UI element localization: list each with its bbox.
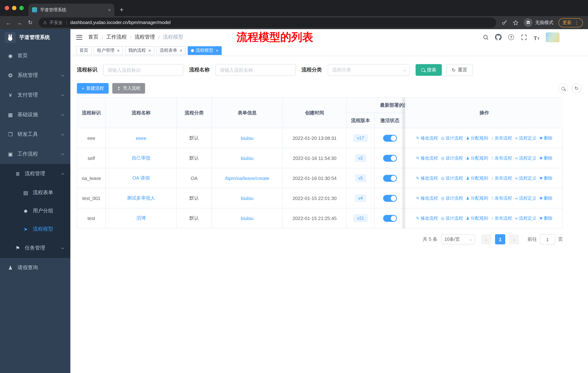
op-delete-link[interactable]: ✖删除 <box>539 175 552 181</box>
active-status-toggle[interactable] <box>383 175 397 181</box>
process-name-link[interactable]: eeee <box>136 135 146 141</box>
sidebar-collapse-icon[interactable] <box>76 35 82 40</box>
op-publish-link[interactable]: ☝发布流程 <box>491 215 512 221</box>
op-assign-rule-link[interactable]: ♟分配规则 <box>466 195 488 201</box>
tag-my-process[interactable]: 我的流程 × <box>125 46 154 55</box>
op-edit-link[interactable]: ✎修改流程 <box>416 175 438 181</box>
process-id-input[interactable] <box>103 64 183 76</box>
form-info-link[interactable]: biubiu <box>241 135 253 141</box>
sidebar-item-devtools[interactable]: ❒ 研发工具 <box>0 125 70 144</box>
help-icon[interactable]: ? <box>507 33 515 41</box>
process-name-link[interactable]: OA 请假 <box>132 175 150 181</box>
create-process-button[interactable]: + 新建流程 <box>77 83 109 94</box>
op-design-link[interactable]: ◎设计流程 <box>441 175 463 181</box>
minimize-window-button[interactable] <box>12 6 16 10</box>
process-name-link[interactable]: 滔博 <box>136 215 146 222</box>
op-design-link[interactable]: ◎设计流程 <box>441 135 463 141</box>
active-status-toggle[interactable] <box>383 135 397 141</box>
sidebar-item-system[interactable]: ❂ 系统管理 <box>0 66 70 85</box>
page-size-select[interactable]: 10条/页 <box>441 234 475 244</box>
op-delete-link[interactable]: ✖删除 <box>539 195 552 201</box>
browser-update-button[interactable]: 更新 ⋮ <box>558 18 583 27</box>
tag-home[interactable]: 首页 <box>76 46 92 55</box>
op-definition-link[interactable]: ∞流程定义 <box>515 175 536 181</box>
op-delete-link[interactable]: ✖删除 <box>539 155 552 161</box>
incognito-indicator[interactable]: 无痕模式 <box>524 18 553 27</box>
active-status-toggle[interactable] <box>383 215 397 222</box>
op-design-link[interactable]: ◎设计流程 <box>441 155 463 161</box>
close-icon[interactable]: × <box>117 48 120 53</box>
op-definition-link[interactable]: ∞流程定义 <box>515 195 536 201</box>
maximize-window-button[interactable] <box>19 6 24 10</box>
process-name-link[interactable]: 自己审批 <box>132 155 151 161</box>
close-window-button[interactable] <box>5 6 9 10</box>
sidebar-item-process-form[interactable]: ▤ 流程表单 <box>0 184 70 202</box>
op-edit-link[interactable]: ✎修改流程 <box>416 195 438 201</box>
bookmark-star-icon[interactable] <box>510 17 521 28</box>
new-tab-button[interactable]: + <box>120 6 124 14</box>
op-edit-link[interactable]: ✎修改流程 <box>416 155 438 161</box>
browser-tab[interactable]: 芋道管理系统 × <box>28 4 115 16</box>
next-page-button[interactable]: › <box>509 234 519 244</box>
form-info-link[interactable]: biubiu <box>241 155 253 161</box>
sidebar-item-user-group[interactable]: ☻ 用户分组 <box>0 202 70 220</box>
sidebar-item-task-management[interactable]: ⚑ 任务管理 <box>0 238 70 258</box>
sidebar-item-infrastructure[interactable]: ▦ 基础设施 <box>0 105 70 125</box>
active-status-toggle[interactable] <box>383 195 397 202</box>
form-info-link[interactable]: biubiu <box>241 215 253 221</box>
sidebar-item-process-model[interactable]: ➤ 流程模型 <box>0 220 70 238</box>
toggle-search-button[interactable] <box>558 83 568 93</box>
goto-page-input[interactable] <box>540 234 555 244</box>
import-process-button[interactable]: ↥ 导入流程 <box>112 83 145 94</box>
op-publish-link[interactable]: ☝发布流程 <box>491 155 512 161</box>
password-key-icon[interactable] <box>499 17 510 28</box>
fullscreen-icon[interactable] <box>520 33 527 41</box>
tab-close-icon[interactable]: × <box>108 7 111 13</box>
address-bar[interactable]: ⚠ 不安全 | dashboard.yudao.iocoder.cn/bpm/m… <box>39 18 496 28</box>
sidebar-item-home[interactable]: ◉ 首页 <box>0 46 70 66</box>
form-info-link[interactable]: /bpm/oa/leave/create <box>225 175 269 181</box>
refresh-table-button[interactable]: ↻ <box>572 83 581 93</box>
github-icon[interactable] <box>495 33 502 41</box>
op-design-link[interactable]: ◎设计流程 <box>441 215 463 221</box>
prev-page-button[interactable]: ‹ <box>481 234 491 244</box>
user-avatar[interactable] <box>546 32 560 42</box>
search-button[interactable]: 搜索 <box>416 64 442 76</box>
process-name-link[interactable]: 测试多审批人 <box>127 195 155 202</box>
breadcrumb-workflow[interactable]: 工作流程 <box>106 34 127 40</box>
op-publish-link[interactable]: ☝发布流程 <box>491 175 512 181</box>
op-assign-rule-link[interactable]: ♟分配规则 <box>466 135 488 141</box>
tag-process-form[interactable]: 流程表单 × <box>156 46 186 55</box>
op-delete-link[interactable]: ✖删除 <box>539 135 552 141</box>
op-assign-rule-link[interactable]: ♟分配规则 <box>466 175 488 181</box>
op-definition-link[interactable]: ∞流程定义 <box>515 215 536 221</box>
close-icon[interactable]: × <box>148 48 151 53</box>
page-url[interactable]: dashboard.yudao.iocoder.cn/bpm/manager/m… <box>70 20 171 25</box>
close-icon[interactable]: × <box>216 48 218 53</box>
sidebar-item-leave-query[interactable]: ♟ 请假查询 <box>0 258 70 278</box>
op-design-link[interactable]: ◎设计流程 <box>441 195 463 201</box>
op-delete-link[interactable]: ✖删除 <box>539 215 552 221</box>
process-category-select[interactable]: 流程分类 <box>328 64 410 76</box>
op-definition-link[interactable]: ∞流程定义 <box>515 135 536 141</box>
op-publish-link[interactable]: ☝发布流程 <box>491 195 512 201</box>
sidebar-item-process-management[interactable]: ≣ 流程管理 <box>0 164 70 184</box>
reload-icon[interactable]: ↻ <box>25 17 36 28</box>
search-icon[interactable] <box>482 33 489 41</box>
current-page-button[interactable]: 1 <box>495 234 505 244</box>
active-status-toggle[interactable] <box>383 155 397 161</box>
op-assign-rule-link[interactable]: ♟分配规则 <box>466 155 488 161</box>
browser-menu-icon[interactable]: ⋮ <box>574 20 579 25</box>
font-size-icon[interactable]: T T <box>533 33 540 41</box>
tag-tenant-management[interactable]: 租户管理 × <box>94 46 123 55</box>
close-icon[interactable]: × <box>180 48 182 53</box>
op-definition-link[interactable]: ∞流程定义 <box>515 155 536 161</box>
op-edit-link[interactable]: ✎修改流程 <box>416 215 438 221</box>
breadcrumb-home[interactable]: 首页 <box>88 34 98 40</box>
form-info-link[interactable]: biubiu <box>241 195 253 201</box>
sidebar-item-workflow[interactable]: ▣ 工作流程 <box>0 144 70 164</box>
sidebar-item-payment[interactable]: ¥ 支付管理 <box>0 85 70 105</box>
process-name-input[interactable] <box>215 64 296 76</box>
op-publish-link[interactable]: ☝发布流程 <box>491 135 512 141</box>
reset-button[interactable]: ↻ 重置 <box>446 64 473 76</box>
